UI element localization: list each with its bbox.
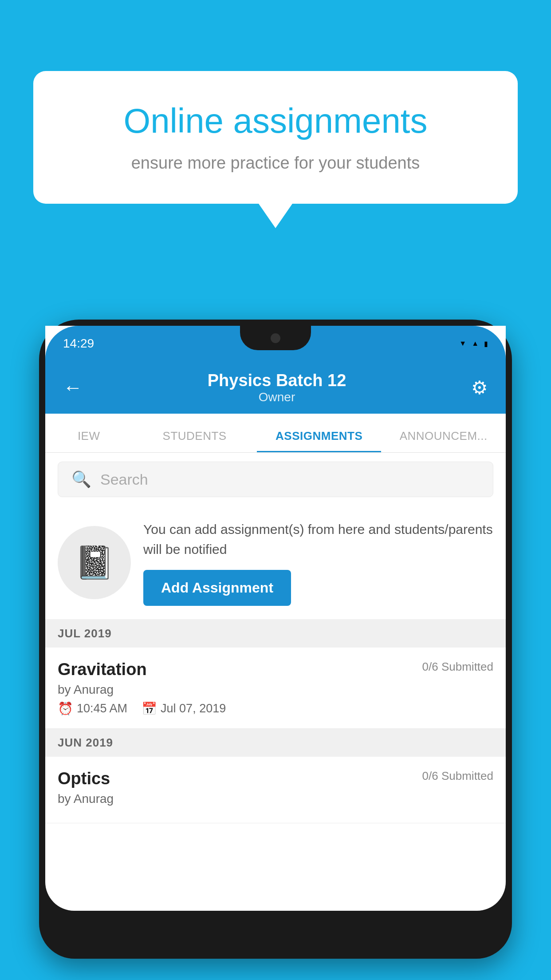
- calendar-icon: 📅: [142, 701, 157, 716]
- assignment-item-gravitation[interactable]: Gravitation 0/6 Submitted by Anurag ⏰ 10…: [45, 648, 506, 729]
- section-header-jun: JUN 2019: [45, 729, 506, 757]
- assignment-row-top: Gravitation 0/6 Submitted: [58, 660, 493, 679]
- assignment-date-gravitation: 📅 Jul 07, 2019: [142, 701, 226, 716]
- speech-bubble-card: Online assignments ensure more practice …: [33, 71, 518, 204]
- wifi-icon: ▼: [459, 340, 466, 348]
- settings-button[interactable]: ⚙: [471, 377, 488, 399]
- search-bar[interactable]: 🔍 Search: [58, 462, 493, 497]
- search-placeholder: Search: [100, 471, 148, 488]
- back-button[interactable]: ←: [63, 376, 83, 399]
- search-icon: 🔍: [71, 470, 91, 489]
- promo-content: You can add assignment(s) from here and …: [143, 519, 493, 606]
- assignment-submitted-optics: 0/6 Submitted: [422, 769, 493, 783]
- tab-announcements[interactable]: ANNOUNCEM...: [381, 429, 506, 452]
- batch-subtitle: Owner: [83, 390, 471, 404]
- assignment-title-optics: Optics: [58, 769, 110, 788]
- tab-bar: IEW STUDENTS ASSIGNMENTS ANNOUNCEM...: [45, 414, 506, 453]
- speech-bubble-section: Online assignments ensure more practice …: [33, 71, 518, 228]
- signal-icon: ▲: [472, 340, 479, 348]
- phone-screen: 14:29 ▼ ▲ ▮ ← Physics Batch 12 Owner ⚙: [45, 326, 506, 911]
- add-assignment-button[interactable]: Add Assignment: [143, 570, 291, 606]
- assignment-author-optics: by Anurag: [58, 792, 493, 806]
- speech-bubble-arrow: [259, 204, 292, 228]
- speech-bubble-subtitle: ensure more practice for your students: [69, 154, 482, 173]
- batch-title: Physics Batch 12: [83, 371, 471, 390]
- clock-icon: ⏰: [58, 701, 73, 716]
- notebook-icon: 📓: [75, 544, 114, 581]
- assignment-submitted-gravitation: 0/6 Submitted: [422, 660, 493, 674]
- tab-overview[interactable]: IEW: [45, 429, 132, 452]
- promo-icon-circle: 📓: [58, 526, 131, 599]
- tab-students[interactable]: STUDENTS: [132, 429, 257, 452]
- add-assignment-promo: 📓 You can add assignment(s) from here an…: [45, 506, 506, 620]
- tab-assignments[interactable]: ASSIGNMENTS: [257, 429, 382, 452]
- search-bar-wrapper: 🔍 Search: [45, 453, 506, 506]
- assignment-title-gravitation: Gravitation: [58, 660, 147, 679]
- status-icons: ▼ ▲ ▮: [459, 340, 488, 348]
- battery-icon: ▮: [484, 340, 488, 348]
- phone-notch: [240, 326, 311, 350]
- assignment-author-gravitation: by Anurag: [58, 683, 493, 697]
- assignment-meta-gravitation: ⏰ 10:45 AM 📅 Jul 07, 2019: [58, 701, 493, 716]
- phone-mockup: 14:29 ▼ ▲ ▮ ← Physics Batch 12 Owner ⚙: [39, 320, 512, 980]
- status-bar: 14:29 ▼ ▲ ▮: [45, 326, 506, 361]
- section-header-jul: JUL 2019: [45, 620, 506, 648]
- camera-dot: [271, 333, 280, 343]
- assignment-item-optics[interactable]: Optics 0/6 Submitted by Anurag: [45, 757, 506, 823]
- assignment-time-gravitation: ⏰ 10:45 AM: [58, 701, 127, 716]
- speech-bubble-title: Online assignments: [69, 102, 482, 140]
- promo-description: You can add assignment(s) from here and …: [143, 519, 493, 559]
- status-time: 14:29: [63, 336, 94, 351]
- app-header: ← Physics Batch 12 Owner ⚙: [45, 361, 506, 414]
- phone-frame: 14:29 ▼ ▲ ▮ ← Physics Batch 12 Owner ⚙: [39, 320, 512, 959]
- assignment-row-top-optics: Optics 0/6 Submitted: [58, 769, 493, 788]
- app-header-title-group: Physics Batch 12 Owner: [83, 371, 471, 404]
